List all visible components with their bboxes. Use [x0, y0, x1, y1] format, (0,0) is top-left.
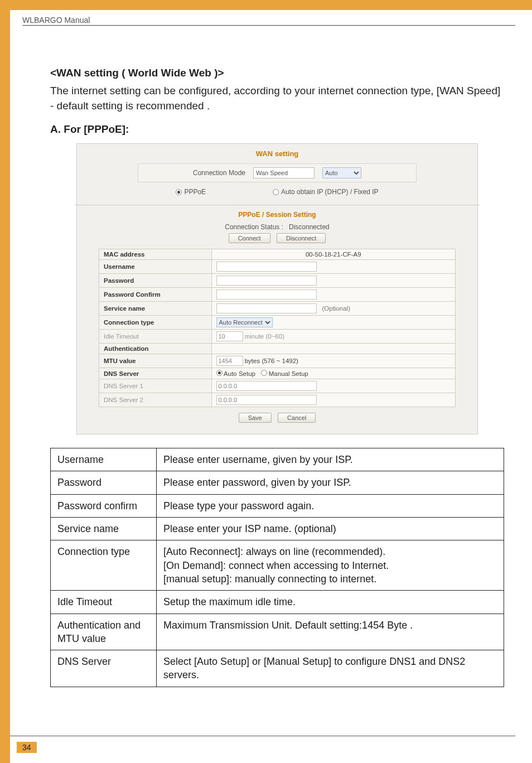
wan-screenshot: WAN setting Connection Mode Auto PPPoE A…	[76, 143, 478, 434]
table-row: Service namePlease enter your ISP name. …	[51, 518, 504, 540]
desc-value: [Auto Reconnect]: always on line (recomm…	[157, 540, 504, 591]
table-row: DNS Server 2	[99, 393, 456, 407]
table-row: Idle Timeout minute (0~60)	[99, 330, 456, 344]
radio-dot-icon	[261, 370, 267, 376]
username-input[interactable]	[216, 262, 317, 272]
desc-value: Setup the maximum idle time.	[157, 591, 504, 614]
desc-value: Please enter username, given by your ISP…	[157, 448, 504, 471]
radio-dot-icon	[216, 370, 223, 376]
table-row: DNS ServerSelect [Auto Setup] or [Manual…	[51, 650, 504, 687]
connection-mode-row: Connection Mode Auto	[138, 163, 417, 182]
wan-speed-input[interactable]	[253, 167, 315, 178]
footer-rule	[10, 736, 515, 736]
password-confirm-input[interactable]	[216, 289, 317, 300]
save-button[interactable]: Save	[239, 413, 272, 423]
wan-title: WAN setting	[77, 149, 477, 158]
subsection-heading: A. For [PPPoE]:	[50, 123, 504, 136]
page-number: 34	[17, 742, 37, 753]
page-content: <WAN setting ( World Wide Web )> The int…	[50, 67, 504, 687]
table-row: PasswordPlease enter password, given by …	[51, 471, 504, 494]
pppoe-form-table: MAC address00-50-18-21-CF-A9 Username Pa…	[99, 249, 456, 407]
table-row: MAC address00-50-18-21-CF-A9	[99, 249, 456, 260]
table-row: DNS Server Auto Setup Manual Setup	[99, 368, 456, 379]
desc-value: Please enter password, given by your ISP…	[157, 471, 504, 494]
side-orange-bar	[0, 10, 10, 763]
desc-value: Maximum Transmission Unit. Default setti…	[157, 614, 504, 650]
cancel-button[interactable]: Cancel	[278, 413, 316, 423]
radio-dhcp[interactable]: Auto obtain IP (DHCP) / Fixed IP	[273, 188, 379, 196]
idle-timeout-input[interactable]	[216, 331, 243, 341]
radio-pppoe[interactable]: PPPoE	[176, 188, 206, 196]
table-row: Connection typeAuto Reconnect	[99, 316, 456, 330]
table-row: Password confirmPlease type your passwor…	[51, 494, 504, 517]
table-row: Username	[99, 260, 456, 274]
top-orange-bar	[0, 0, 532, 10]
description-table: UsernamePlease enter username, given by …	[50, 448, 504, 687]
dns-auto-radio[interactable]: Auto Setup	[216, 370, 255, 377]
table-row: Connection type[Auto Reconnect]: always …	[51, 540, 504, 591]
table-row: UsernamePlease enter username, given by …	[51, 448, 504, 471]
section-title: <WAN setting ( World Wide Web )>	[50, 67, 504, 79]
table-row: DNS Server 1	[99, 379, 456, 393]
radio-dot-icon	[176, 189, 182, 195]
dns1-input[interactable]	[216, 381, 317, 391]
header-rule	[22, 25, 515, 26]
table-row: Idle TimeoutSetup the maximum idle time.	[51, 591, 504, 614]
desc-key: Authentication and MTU value	[51, 614, 157, 650]
intro-text: The internet setting can be configured, …	[50, 84, 504, 113]
table-row: Service name(Optional)	[99, 302, 456, 316]
desc-value: Please type your password again.	[157, 494, 504, 517]
table-row: Authentication and MTU valueMaximum Tran…	[51, 614, 504, 650]
pppoe-section-title: PPPoE / Session Setting	[77, 211, 477, 219]
service-name-input[interactable]	[216, 303, 317, 313]
connection-type-select[interactable]: Auto Reconnect	[216, 317, 273, 327]
connection-status-row: Connection Status : Disconnected	[77, 223, 477, 231]
divider	[75, 205, 480, 205]
mode-radio-row: PPPoE Auto obtain IP (DHCP) / Fixed IP	[77, 188, 477, 196]
desc-key: Service name	[51, 518, 157, 540]
desc-key: Idle Timeout	[51, 591, 157, 614]
table-row: Password Confirm	[99, 288, 456, 302]
desc-key: Username	[51, 448, 157, 471]
mtu-input[interactable]	[216, 356, 243, 366]
radio-dot-icon	[273, 189, 279, 195]
desc-key: Connection type	[51, 540, 157, 591]
disconnect-button[interactable]: Disconnect	[277, 233, 326, 243]
manual-header: WLBARGO Manual	[22, 16, 90, 25]
connect-button[interactable]: Connect	[229, 233, 270, 243]
dns2-input[interactable]	[216, 395, 317, 405]
table-row: Password	[99, 274, 456, 288]
dns-manual-radio[interactable]: Manual Setup	[261, 370, 308, 377]
table-row: Authentication	[99, 344, 456, 354]
desc-value: Select [Auto Setup] or [Manual Setup] to…	[157, 650, 504, 687]
desc-key: Password confirm	[51, 494, 157, 517]
table-row: MTU value bytes (576 ~ 1492)	[99, 354, 456, 368]
save-cancel-row: Save Cancel	[77, 413, 477, 423]
desc-key: DNS Server	[51, 650, 157, 687]
connect-button-row: Connect Disconnect	[77, 233, 477, 243]
password-input[interactable]	[216, 276, 317, 286]
conn-mode-label: Connection Mode	[193, 169, 245, 177]
desc-key: Password	[51, 471, 157, 494]
wan-speed-select[interactable]: Auto	[322, 167, 361, 178]
desc-value: Please enter your ISP name. (optional)	[157, 518, 504, 540]
